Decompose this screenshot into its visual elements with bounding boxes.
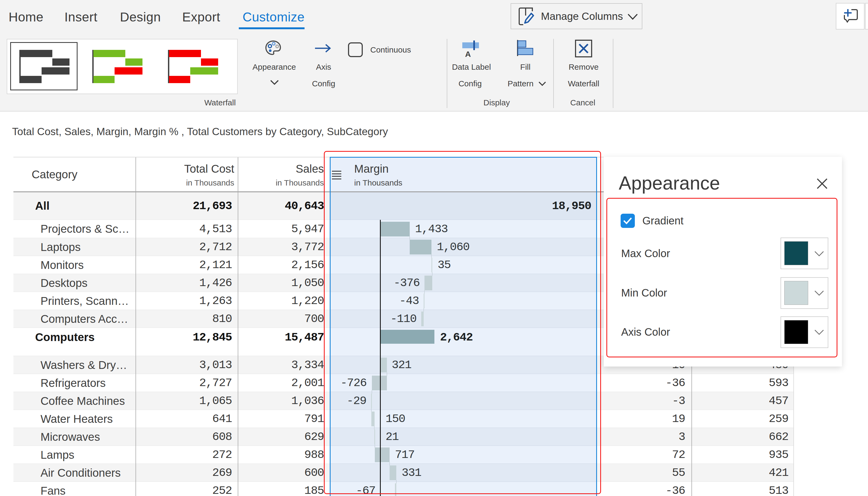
svg-text:A: A xyxy=(465,50,471,58)
